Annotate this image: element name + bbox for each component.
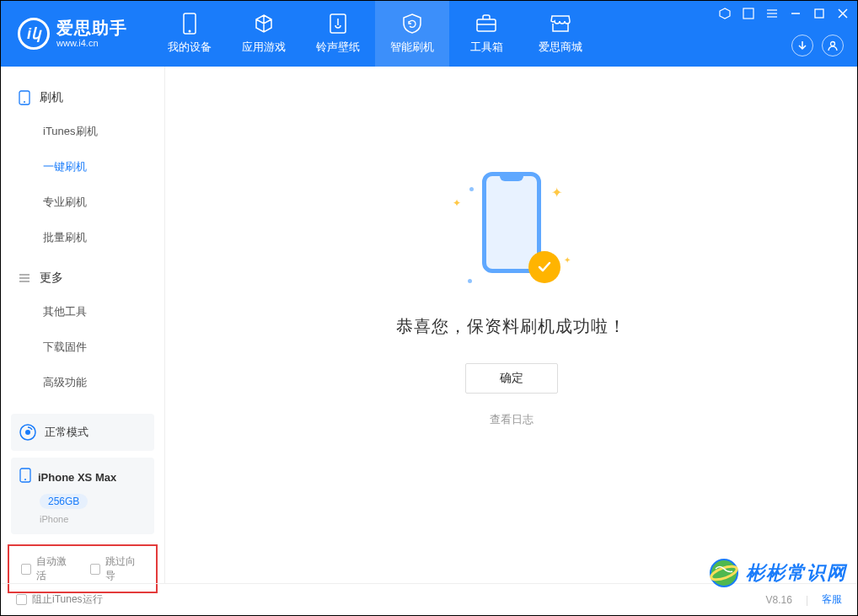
section-flash: 刷机 iTunes刷机 一键刷机 专业刷机 批量刷机 <box>1 82 164 255</box>
main-content: ✦ ✦ ✦ 恭喜您，保资料刷机成功啦！ 确定 查看日志 <box>165 67 857 583</box>
maximize-icon[interactable] <box>812 6 827 21</box>
titlebar: iկ 爱思助手 www.i4.cn 我的设备 应用游戏 铃声壁纸 智能刷机 工具… <box>1 1 857 67</box>
download-icon[interactable] <box>791 35 813 56</box>
body-area: 刷机 iTunes刷机 一键刷机 专业刷机 批量刷机 更多 其他工具 下载固件 … <box>1 67 857 583</box>
sidebar-item-batch-flash[interactable]: 批量刷机 <box>1 220 164 255</box>
menu-list-icon <box>18 271 31 285</box>
ok-button[interactable]: 确定 <box>465 363 558 394</box>
nav-tab-toolbox[interactable]: 工具箱 <box>449 1 523 67</box>
sidebar-scroll: 刷机 iTunes刷机 一键刷机 专业刷机 批量刷机 更多 其他工具 下载固件 … <box>1 67 164 407</box>
dot-icon <box>469 187 474 191</box>
checkbox-icon <box>21 564 31 575</box>
svg-rect-3 <box>477 19 496 31</box>
nav-tab-device[interactable]: 我的设备 <box>153 1 227 67</box>
view-log-link[interactable]: 查看日志 <box>490 412 534 427</box>
store-icon <box>550 13 571 35</box>
device-type: iPhone <box>40 514 146 524</box>
section-more: 更多 其他工具 下载固件 高级功能 <box>1 262 164 400</box>
sparkle-icon: ✦ <box>551 185 562 201</box>
phone-icon <box>179 13 201 35</box>
device-info[interactable]: iPhone XS Max 256GB iPhone <box>11 458 154 534</box>
success-graphic: ✦ ✦ ✦ <box>453 172 571 290</box>
device-name: iPhone XS Max <box>38 471 116 484</box>
checkbox-label: 自动激活 <box>36 554 75 583</box>
section-header-flash[interactable]: 刷机 <box>1 82 164 114</box>
checkbox-label: 跳过向导 <box>105 554 144 583</box>
nav-tab-store[interactable]: 爱思商城 <box>523 1 598 67</box>
app-logo-icon: iկ <box>18 18 50 50</box>
version-label: V8.16 <box>766 594 792 606</box>
svg-rect-9 <box>815 9 823 18</box>
nav-tab-flash[interactable]: 智能刷机 <box>375 1 449 67</box>
titlebar-right <box>717 1 850 67</box>
device-phone-icon <box>19 468 31 486</box>
sidebar-item-advanced[interactable]: 高级功能 <box>1 365 164 400</box>
sidebar-item-other-tools[interactable]: 其他工具 <box>1 294 164 329</box>
nav-label: 工具箱 <box>470 40 503 55</box>
checkbox-block-itunes[interactable]: 阻止iTunes运行 <box>16 592 103 607</box>
refresh-badge-icon <box>401 13 423 35</box>
success-message: 恭喜您，保资料刷机成功啦！ <box>396 315 626 338</box>
svg-point-1 <box>189 30 191 33</box>
check-badge-icon <box>528 251 560 283</box>
nav-label: 爱思商城 <box>539 40 582 55</box>
support-link[interactable]: 客服 <box>822 592 842 607</box>
app-title: 爱思助手 <box>56 18 127 38</box>
statusbar-right: V8.16 | 客服 <box>766 592 842 607</box>
nav-label: 智能刷机 <box>390 40 434 55</box>
checkbox-label: 阻止iTunes运行 <box>32 592 103 607</box>
music-file-icon <box>327 13 349 35</box>
svg-point-12 <box>831 42 835 46</box>
svg-point-14 <box>24 101 25 103</box>
app-url: www.i4.cn <box>56 38 127 49</box>
nav-tab-apps[interactable]: 应用游戏 <box>227 1 301 67</box>
logo-area: iկ 爱思助手 www.i4.cn <box>1 18 144 50</box>
minimize-icon[interactable] <box>788 6 803 21</box>
svg-rect-4 <box>743 8 753 19</box>
checkbox-auto-activate[interactable]: 自动激活 <box>21 554 75 583</box>
status-ok-icon <box>19 424 36 441</box>
divider: | <box>806 594 808 606</box>
sidebar-item-itunes-flash[interactable]: iTunes刷机 <box>1 114 164 149</box>
sidebar: 刷机 iTunes刷机 一键刷机 专业刷机 批量刷机 更多 其他工具 下载固件 … <box>1 67 165 583</box>
nav-label: 应用游戏 <box>242 40 286 55</box>
phone-flash-icon <box>18 91 31 104</box>
section-title: 更多 <box>40 271 63 286</box>
sidebar-item-download-firmware[interactable]: 下载固件 <box>1 329 164 365</box>
dot-icon <box>468 279 472 283</box>
checkbox-icon <box>16 594 27 605</box>
nav-label: 我的设备 <box>168 40 212 55</box>
skin-icon[interactable] <box>741 6 756 21</box>
svg-point-21 <box>24 479 26 480</box>
nav-tabs: 我的设备 应用游戏 铃声壁纸 智能刷机 工具箱 爱思商城 <box>153 1 598 67</box>
sparkle-icon: ✦ <box>564 255 571 265</box>
device-name-row: iPhone XS Max <box>19 468 146 486</box>
svg-point-19 <box>25 430 30 435</box>
window-controls <box>717 6 850 21</box>
statusbar: 阻止iTunes运行 V8.16 | 客服 <box>1 583 857 615</box>
close-icon[interactable] <box>835 6 850 21</box>
section-title: 刷机 <box>40 90 63 105</box>
section-header-more[interactable]: 更多 <box>1 262 164 294</box>
checkbox-icon <box>90 564 100 575</box>
cube-icon <box>253 13 275 35</box>
user-controls <box>791 35 850 62</box>
logo-text: 爱思助手 www.i4.cn <box>56 18 127 49</box>
sidebar-item-pro-flash[interactable]: 专业刷机 <box>1 185 164 220</box>
sparkle-icon: ✦ <box>453 197 461 209</box>
device-status[interactable]: 正常模式 <box>11 414 154 451</box>
nav-label: 铃声壁纸 <box>316 40 360 55</box>
toolbox-icon <box>475 13 497 35</box>
menu-icon[interactable] <box>764 6 780 21</box>
checkbox-skip-guide[interactable]: 跳过向导 <box>90 554 144 583</box>
status-text: 正常模式 <box>45 425 88 440</box>
theme-icon[interactable] <box>717 6 732 21</box>
nav-tab-ringtones[interactable]: 铃声壁纸 <box>301 1 375 67</box>
device-storage: 256GB <box>40 494 88 509</box>
user-icon[interactable] <box>822 35 844 56</box>
sidebar-item-oneclick-flash[interactable]: 一键刷机 <box>1 149 164 185</box>
